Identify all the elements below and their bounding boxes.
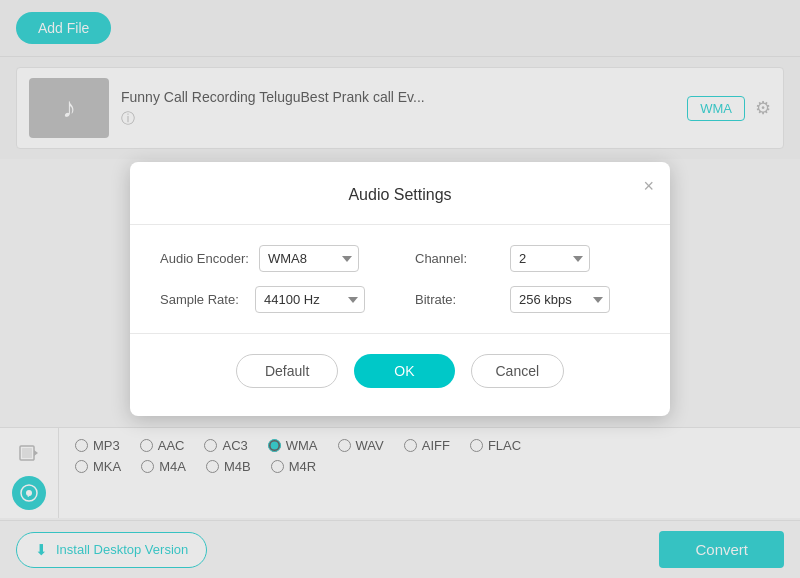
sample-rate-select[interactable]: 8000 Hz 11025 Hz 22050 Hz 44100 Hz 48000… <box>255 286 365 313</box>
bitrate-select[interactable]: 128 kbps 192 kbps 256 kbps 320 kbps <box>510 286 610 313</box>
bitrate-label: Bitrate: <box>415 292 500 307</box>
bitrate-row: Bitrate: 128 kbps 192 kbps 256 kbps 320 … <box>415 286 640 313</box>
dialog-divider-top <box>130 224 670 225</box>
settings-grid: Audio Encoder: WMA8 WMA2 WMA Pro Channel… <box>160 245 640 313</box>
channel-select[interactable]: 1 2 <box>510 245 590 272</box>
channel-label: Channel: <box>415 251 500 266</box>
default-button[interactable]: Default <box>236 354 338 388</box>
sample-rate-row: Sample Rate: 8000 Hz 11025 Hz 22050 Hz 4… <box>160 286 385 313</box>
dialog-overlay: × Audio Settings Audio Encoder: WMA8 WMA… <box>0 0 800 578</box>
dialog-divider-bottom <box>130 333 670 334</box>
sample-rate-label: Sample Rate: <box>160 292 245 307</box>
ok-button[interactable]: OK <box>354 354 454 388</box>
dialog-title: Audio Settings <box>160 186 640 204</box>
close-button[interactable]: × <box>643 176 654 197</box>
audio-encoder-row: Audio Encoder: WMA8 WMA2 WMA Pro <box>160 245 385 272</box>
audio-encoder-label: Audio Encoder: <box>160 251 249 266</box>
cancel-button[interactable]: Cancel <box>471 354 565 388</box>
dialog-buttons: Default OK Cancel <box>160 354 640 388</box>
channel-row: Channel: 1 2 <box>415 245 640 272</box>
audio-encoder-select[interactable]: WMA8 WMA2 WMA Pro <box>259 245 359 272</box>
audio-settings-dialog: × Audio Settings Audio Encoder: WMA8 WMA… <box>130 162 670 416</box>
